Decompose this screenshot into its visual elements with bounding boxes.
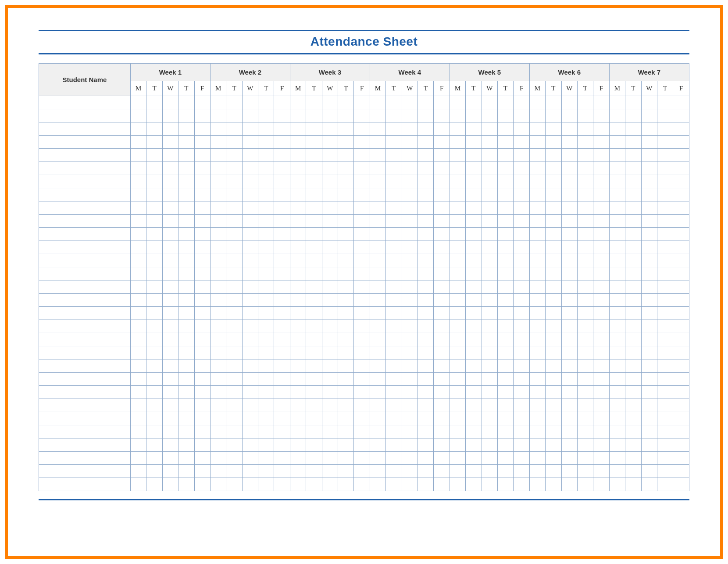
attendance-cell[interactable] xyxy=(497,425,513,438)
attendance-cell[interactable] xyxy=(226,373,242,386)
attendance-cell[interactable] xyxy=(242,478,258,491)
attendance-cell[interactable] xyxy=(226,267,242,280)
attendance-cell[interactable] xyxy=(162,452,178,465)
student-name-cell[interactable] xyxy=(39,320,131,333)
attendance-cell[interactable] xyxy=(514,307,529,320)
attendance-cell[interactable] xyxy=(290,109,306,122)
attendance-cell[interactable] xyxy=(274,201,290,215)
attendance-cell[interactable] xyxy=(370,294,385,307)
attendance-cell[interactable] xyxy=(402,175,418,188)
attendance-cell[interactable] xyxy=(274,320,290,333)
attendance-cell[interactable] xyxy=(162,96,178,109)
attendance-cell[interactable] xyxy=(130,478,146,491)
attendance-cell[interactable] xyxy=(482,149,497,162)
attendance-cell[interactable] xyxy=(577,307,593,320)
attendance-cell[interactable] xyxy=(290,333,306,346)
attendance-cell[interactable] xyxy=(482,425,497,438)
attendance-cell[interactable] xyxy=(402,215,418,228)
attendance-cell[interactable] xyxy=(577,109,593,122)
attendance-cell[interactable] xyxy=(482,478,497,491)
attendance-cell[interactable] xyxy=(497,149,513,162)
attendance-cell[interactable] xyxy=(625,359,641,373)
attendance-cell[interactable] xyxy=(593,254,609,267)
attendance-cell[interactable] xyxy=(434,307,450,320)
attendance-cell[interactable] xyxy=(434,438,450,452)
attendance-cell[interactable] xyxy=(514,333,529,346)
attendance-cell[interactable] xyxy=(370,280,385,294)
attendance-cell[interactable] xyxy=(561,346,577,359)
attendance-cell[interactable] xyxy=(561,399,577,412)
attendance-cell[interactable] xyxy=(306,215,322,228)
attendance-cell[interactable] xyxy=(322,307,338,320)
attendance-cell[interactable] xyxy=(338,386,354,399)
attendance-cell[interactable] xyxy=(418,228,434,241)
attendance-cell[interactable] xyxy=(242,399,258,412)
attendance-cell[interactable] xyxy=(290,162,306,175)
attendance-cell[interactable] xyxy=(290,412,306,425)
attendance-cell[interactable] xyxy=(306,175,322,188)
attendance-cell[interactable] xyxy=(130,96,146,109)
attendance-cell[interactable] xyxy=(497,320,513,333)
attendance-cell[interactable] xyxy=(625,175,641,188)
attendance-cell[interactable] xyxy=(466,241,482,254)
attendance-cell[interactable] xyxy=(402,333,418,346)
attendance-cell[interactable] xyxy=(497,228,513,241)
attendance-cell[interactable] xyxy=(386,478,402,491)
attendance-cell[interactable] xyxy=(561,96,577,109)
attendance-cell[interactable] xyxy=(593,136,609,149)
attendance-cell[interactable] xyxy=(226,175,242,188)
attendance-cell[interactable] xyxy=(178,307,194,320)
attendance-cell[interactable] xyxy=(609,320,625,333)
attendance-cell[interactable] xyxy=(130,122,146,136)
attendance-cell[interactable] xyxy=(354,373,370,386)
attendance-cell[interactable] xyxy=(482,201,497,215)
attendance-cell[interactable] xyxy=(609,294,625,307)
attendance-cell[interactable] xyxy=(354,452,370,465)
attendance-cell[interactable] xyxy=(482,399,497,412)
attendance-cell[interactable] xyxy=(625,188,641,201)
attendance-cell[interactable] xyxy=(338,96,354,109)
attendance-cell[interactable] xyxy=(338,188,354,201)
attendance-cell[interactable] xyxy=(673,294,689,307)
attendance-cell[interactable] xyxy=(450,465,465,478)
attendance-cell[interactable] xyxy=(641,96,657,109)
attendance-cell[interactable] xyxy=(338,109,354,122)
attendance-cell[interactable] xyxy=(338,280,354,294)
attendance-cell[interactable] xyxy=(274,373,290,386)
attendance-cell[interactable] xyxy=(146,307,162,320)
attendance-cell[interactable] xyxy=(258,149,274,162)
attendance-cell[interactable] xyxy=(657,267,673,280)
attendance-cell[interactable] xyxy=(593,241,609,254)
attendance-cell[interactable] xyxy=(370,320,385,333)
attendance-cell[interactable] xyxy=(386,307,402,320)
attendance-cell[interactable] xyxy=(242,201,258,215)
attendance-cell[interactable] xyxy=(514,96,529,109)
attendance-cell[interactable] xyxy=(194,267,210,280)
attendance-cell[interactable] xyxy=(434,241,450,254)
attendance-cell[interactable] xyxy=(593,267,609,280)
attendance-cell[interactable] xyxy=(338,267,354,280)
attendance-cell[interactable] xyxy=(673,412,689,425)
attendance-cell[interactable] xyxy=(130,346,146,359)
attendance-cell[interactable] xyxy=(370,307,385,320)
attendance-cell[interactable] xyxy=(386,373,402,386)
attendance-cell[interactable] xyxy=(354,162,370,175)
attendance-cell[interactable] xyxy=(130,452,146,465)
attendance-cell[interactable] xyxy=(657,425,673,438)
attendance-cell[interactable] xyxy=(546,149,561,162)
attendance-cell[interactable] xyxy=(322,438,338,452)
attendance-cell[interactable] xyxy=(146,373,162,386)
attendance-cell[interactable] xyxy=(450,122,465,136)
attendance-cell[interactable] xyxy=(194,136,210,149)
attendance-cell[interactable] xyxy=(514,346,529,359)
attendance-cell[interactable] xyxy=(258,96,274,109)
attendance-cell[interactable] xyxy=(625,162,641,175)
attendance-cell[interactable] xyxy=(529,201,545,215)
attendance-cell[interactable] xyxy=(242,359,258,373)
attendance-cell[interactable] xyxy=(625,333,641,346)
attendance-cell[interactable] xyxy=(354,96,370,109)
attendance-cell[interactable] xyxy=(625,215,641,228)
attendance-cell[interactable] xyxy=(673,136,689,149)
attendance-cell[interactable] xyxy=(226,228,242,241)
attendance-cell[interactable] xyxy=(146,478,162,491)
